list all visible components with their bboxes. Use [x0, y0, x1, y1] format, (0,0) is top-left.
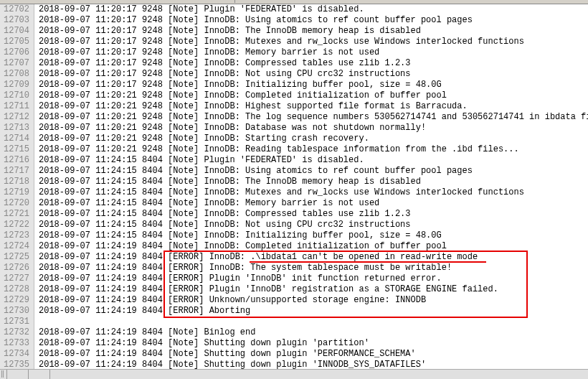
log-line: 2018-09-07 11:24:19 8404 [ERROR] InnoDB:… — [39, 252, 588, 263]
log-line: 2018-09-07 11:20:21 9248 [Note] InnoDB: … — [39, 90, 588, 101]
line-number: 12730 — [0, 306, 29, 317]
line-number: 12719 — [0, 187, 29, 198]
line-number: 12717 — [0, 166, 29, 177]
log-line: 2018-09-07 11:20:21 9248 [Note] InnoDB: … — [39, 134, 588, 144]
line-number: 12722 — [0, 220, 29, 230]
line-number: 12713 — [0, 123, 29, 134]
log-line: 2018-09-07 11:24:19 8404 [Note] Binlog e… — [39, 327, 588, 338]
line-number: 12716 — [0, 155, 29, 166]
log-line: 2018-09-07 11:24:15 8404 [Note] InnoDB: … — [39, 198, 588, 209]
log-text-area[interactable]: 2018-09-07 11:20:17 9248 [Note] Plugin '… — [34, 4, 588, 369]
line-number: 12714 — [0, 134, 29, 144]
log-line: 2018-09-07 11:24:15 8404 [Note] InnoDB: … — [39, 209, 588, 220]
status-bar — [0, 369, 588, 379]
log-line: 2018-09-07 11:20:21 9248 [Note] InnoDB: … — [39, 112, 588, 123]
line-number: 12733 — [0, 338, 29, 349]
line-number-gutter: 1270212703127041270512706127071270812709… — [0, 4, 34, 369]
log-line: 2018-09-07 11:20:17 9248 [Note] InnoDB: … — [39, 80, 588, 90]
log-line: 2018-09-07 11:20:21 9248 [Note] InnoDB: … — [39, 123, 588, 134]
editor-viewport[interactable]: 1270212703127041270512706127071270812709… — [0, 4, 588, 369]
line-number: 12704 — [0, 26, 29, 37]
line-number: 12709 — [0, 80, 29, 90]
log-line — [39, 317, 588, 327]
line-number: 12728 — [0, 284, 29, 295]
line-number: 12710 — [0, 90, 29, 101]
log-line: 2018-09-07 11:20:17 9248 [Note] InnoDB: … — [39, 69, 588, 80]
line-number: 12732 — [0, 327, 29, 338]
line-number: 12718 — [0, 177, 29, 187]
log-line: 2018-09-07 11:24:15 8404 [Note] InnoDB: … — [39, 177, 588, 187]
log-line: 2018-09-07 11:24:19 8404 [Note] Shutting… — [39, 338, 588, 349]
log-line: 2018-09-07 11:24:15 8404 [Note] InnoDB: … — [39, 230, 588, 241]
line-number: 12708 — [0, 69, 29, 80]
line-number: 12731 — [0, 317, 29, 327]
line-number: 12726 — [0, 263, 29, 273]
line-number: 12705 — [0, 37, 29, 47]
log-line: 2018-09-07 11:20:17 9248 [Note] InnoDB: … — [39, 26, 588, 37]
log-line: 2018-09-07 11:24:15 8404 [Note] InnoDB: … — [39, 220, 588, 230]
log-line: 2018-09-07 11:24:19 8404 [ERROR] Plugin … — [39, 284, 588, 295]
line-number: 12729 — [0, 295, 29, 306]
log-line: 2018-09-07 11:24:19 8404 [Note] Shutting… — [39, 349, 588, 360]
line-number: 12723 — [0, 230, 29, 241]
log-line: 2018-09-07 11:24:19 8404 [ERROR] Unknown… — [39, 295, 588, 306]
log-line: 2018-09-07 11:24:19 8404 [Note] InnoDB: … — [39, 241, 588, 252]
line-number: 12720 — [0, 198, 29, 209]
log-line: 2018-09-07 11:24:15 8404 [Note] InnoDB: … — [39, 187, 588, 198]
log-line: 2018-09-07 11:20:21 9248 [Note] InnoDB: … — [39, 144, 588, 155]
line-number: 12707 — [0, 58, 29, 69]
line-number: 12724 — [0, 241, 29, 252]
log-line: 2018-09-07 11:24:19 8404 [ERROR] InnoDB:… — [39, 263, 588, 273]
line-number: 12734 — [0, 349, 29, 360]
line-number: 12702 — [0, 4, 29, 15]
line-number: 12725 — [0, 252, 29, 263]
line-number: 12735 — [0, 360, 29, 369]
log-line: 2018-09-07 11:20:17 9248 [Note] InnoDB: … — [39, 15, 588, 26]
line-number: 12715 — [0, 144, 29, 155]
line-number: 12721 — [0, 209, 29, 220]
log-line: 2018-09-07 11:20:17 9248 [Note] InnoDB: … — [39, 47, 588, 58]
log-line: 2018-09-07 11:20:17 9248 [Note] Plugin '… — [39, 4, 588, 15]
log-line: 2018-09-07 11:24:19 8404 [ERROR] Plugin … — [39, 273, 588, 284]
log-line: 2018-09-07 11:24:15 8404 [Note] Plugin '… — [39, 155, 588, 166]
log-line: 2018-09-07 11:20:17 9248 [Note] InnoDB: … — [39, 58, 588, 69]
line-number: 12712 — [0, 112, 29, 123]
log-line: 2018-09-07 11:20:21 9248 [Note] InnoDB: … — [39, 101, 588, 112]
log-line: 2018-09-07 11:20:17 9248 [Note] InnoDB: … — [39, 37, 588, 47]
line-number: 12706 — [0, 47, 29, 58]
log-line: 2018-09-07 11:24:19 8404 [ERROR] Abortin… — [39, 306, 588, 317]
line-number: 12727 — [0, 273, 29, 284]
log-line: 2018-09-07 11:24:19 8404 [Note] Shutting… — [39, 360, 588, 369]
line-number: 12711 — [0, 101, 29, 112]
line-number: 12703 — [0, 15, 29, 26]
log-line: 2018-09-07 11:24:15 8404 [Note] InnoDB: … — [39, 166, 588, 177]
